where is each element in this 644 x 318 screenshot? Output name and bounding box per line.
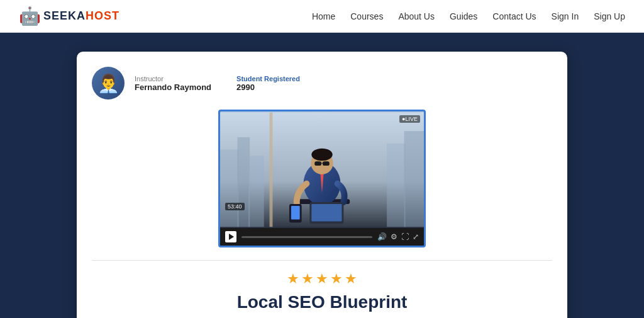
nav-guides[interactable]: Guides bbox=[450, 11, 477, 21]
video-controls: 🔊 ⚙ ⛶ ⤢ bbox=[220, 228, 424, 246]
instructor-row: 👨‍💼 Instructor Fernando Raymond Student … bbox=[92, 67, 552, 99]
avatar: 👨‍💼 bbox=[92, 67, 125, 99]
svg-rect-2 bbox=[237, 137, 250, 227]
instructor-block: Instructor Fernando Raymond bbox=[135, 75, 211, 92]
nav-about-us[interactable]: About Us bbox=[398, 11, 435, 21]
svg-rect-6 bbox=[270, 113, 273, 227]
nav-courses[interactable]: Courses bbox=[350, 11, 383, 21]
navbar: 🤖 SEEKAHOST Home Courses About Us Guides… bbox=[0, 0, 644, 33]
star-2: ★ bbox=[301, 271, 314, 287]
logo[interactable]: 🤖 SEEKAHOST bbox=[19, 4, 101, 28]
star-4: ★ bbox=[330, 271, 343, 287]
svg-rect-18 bbox=[311, 204, 341, 221]
divider bbox=[92, 260, 552, 261]
play-icon bbox=[229, 234, 234, 240]
volume-icon[interactable]: 🔊 bbox=[377, 232, 387, 241]
svg-rect-12 bbox=[323, 161, 330, 166]
expand-icon[interactable]: ⤢ bbox=[413, 232, 419, 241]
star-1: ★ bbox=[287, 271, 299, 287]
svg-rect-1 bbox=[220, 150, 238, 227]
svg-rect-3 bbox=[248, 156, 264, 227]
nav-sign-in[interactable]: Sign In bbox=[552, 11, 579, 21]
svg-rect-4 bbox=[387, 144, 405, 227]
control-icons: 🔊 ⚙ ⛶ ⤢ bbox=[377, 232, 419, 241]
video-frame: ●LIVE 53:40 bbox=[220, 111, 424, 228]
video-player[interactable]: ●LIVE 53:40 🔊 ⚙ ⛶ ⤢ bbox=[218, 110, 426, 247]
svg-rect-5 bbox=[404, 131, 424, 227]
svg-point-14 bbox=[311, 149, 332, 161]
course-title: Local SEO Blueprint bbox=[92, 292, 552, 312]
fullscreen-icon[interactable]: ⛶ bbox=[401, 232, 409, 241]
student-block: Student Registered 2990 bbox=[236, 75, 300, 92]
logo-text: SEEKAHOST bbox=[43, 9, 119, 23]
svg-rect-11 bbox=[314, 161, 321, 166]
instructor-name: Fernando Raymond bbox=[135, 82, 211, 92]
main-content: 👨‍💼 Instructor Fernando Raymond Student … bbox=[0, 33, 644, 318]
stars-row: ★ ★ ★ ★ ★ bbox=[92, 271, 552, 287]
student-count: 2990 bbox=[236, 82, 255, 92]
nav-home[interactable]: Home bbox=[312, 11, 335, 21]
play-button[interactable] bbox=[225, 231, 236, 242]
progress-bar[interactable] bbox=[242, 236, 372, 238]
instructor-label: Instructor bbox=[135, 75, 164, 82]
video-duration: 53:40 bbox=[225, 203, 245, 210]
svg-rect-16 bbox=[291, 206, 300, 220]
video-illustration bbox=[220, 111, 424, 228]
video-live-badge: ●LIVE bbox=[399, 115, 420, 123]
star-3: ★ bbox=[316, 271, 328, 287]
star-5: ★ bbox=[345, 271, 357, 287]
instructor-info: Instructor Fernando Raymond Student Regi… bbox=[135, 75, 300, 92]
nav-contact-us[interactable]: Contact Us bbox=[492, 11, 536, 21]
logo-robot-icon: 🤖 bbox=[19, 6, 41, 26]
student-label: Student Registered bbox=[236, 75, 300, 82]
settings-icon[interactable]: ⚙ bbox=[391, 232, 397, 241]
course-card: 👨‍💼 Instructor Fernando Raymond Student … bbox=[77, 52, 567, 318]
nav-links: Home Courses About Us Guides Contact Us … bbox=[312, 11, 625, 21]
nav-sign-up[interactable]: Sign Up bbox=[594, 11, 625, 21]
avatar-image: 👨‍💼 bbox=[97, 73, 119, 94]
